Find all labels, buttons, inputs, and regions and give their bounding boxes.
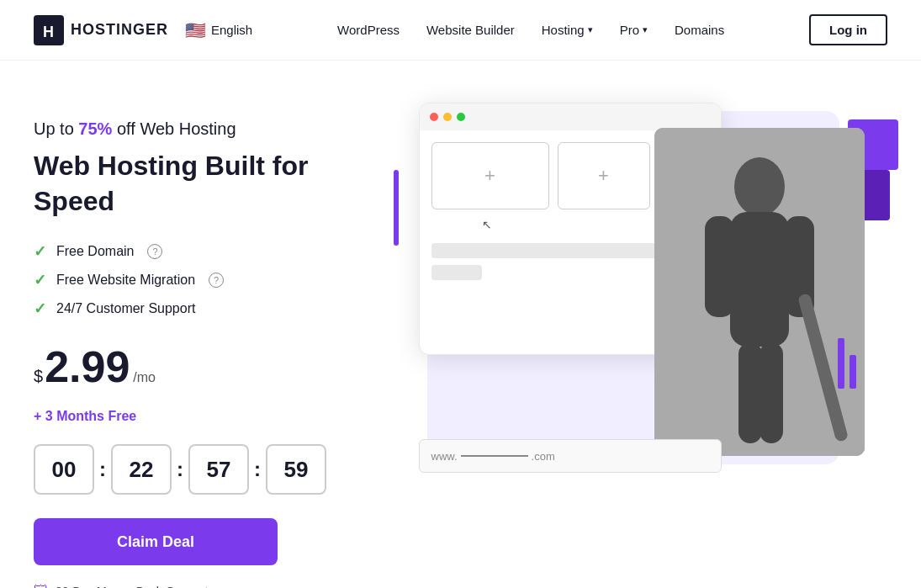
info-icon-2[interactable]: ? — [209, 273, 224, 288]
nav-right: Log in — [809, 14, 887, 45]
countdown-minutes: 22 — [111, 444, 172, 495]
logo[interactable]: H HOSTINGER — [34, 15, 168, 45]
svg-rect-4 — [730, 212, 789, 347]
nav-links: WordPress Website Builder Hosting ▾ Pro … — [337, 23, 724, 37]
features-list: ✓ Free Domain ? ✓ Free Website Migration… — [34, 242, 353, 318]
vbar-1 — [838, 338, 844, 389]
feature-free-domain: ✓ Free Domain ? — [34, 242, 353, 261]
person-image — [654, 128, 865, 456]
hero-left: Up to 75% off Web Hosting Web Hosting Bu… — [34, 111, 353, 588]
check-icon-2: ✓ — [34, 271, 46, 289]
nav-pro[interactable]: Pro ▾ — [620, 23, 648, 37]
price-period: /mo — [133, 370, 156, 385]
navbar: H HOSTINGER 🇺🇸 English WordPress Website… — [0, 0, 921, 61]
svg-rect-8 — [760, 342, 783, 443]
cursor-icon: ↖ — [482, 218, 492, 231]
hero-section: Up to 75% off Web Hosting Web Hosting Bu… — [0, 61, 921, 588]
dot-red — [430, 113, 438, 121]
pricing: $ 2.99 /mo — [34, 345, 353, 389]
guarantee-text: 🛡 30-Day Money-Back Guarantee — [34, 582, 353, 588]
brand-name: HOSTINGER — [71, 21, 168, 39]
colon-2: : — [177, 458, 183, 481]
feature-label-2: Free Website Migration — [56, 273, 195, 288]
colon-1: : — [99, 458, 106, 481]
mockup-titlebar — [420, 103, 721, 130]
svg-point-3 — [734, 157, 785, 216]
feature-support: ✓ 24/7 Customer Support — [34, 299, 353, 318]
countdown-hours: 00 — [34, 444, 94, 495]
cta-button[interactable]: Claim Deal — [34, 518, 278, 565]
mockup-card-2[interactable]: + — [558, 142, 650, 209]
promo-text: Up to 75% off Web Hosting — [34, 119, 353, 139]
hosting-chevron-icon: ▾ — [588, 24, 593, 35]
url-line — [461, 455, 528, 457]
svg-text:H: H — [43, 24, 55, 40]
dot-green — [457, 113, 465, 121]
feature-label-1: Free Domain — [56, 244, 134, 259]
language-selector[interactable]: 🇺🇸 English — [185, 20, 252, 40]
bonus-text: + 3 Months Free — [34, 409, 353, 424]
feature-migration: ✓ Free Website Migration ? — [34, 271, 353, 289]
check-icon-1: ✓ — [34, 242, 46, 261]
nav-website-builder[interactable]: Website Builder — [426, 23, 515, 37]
feature-label-3: 24/7 Customer Support — [56, 301, 195, 316]
countdown-seconds: 57 — [188, 444, 249, 495]
info-icon-1[interactable]: ? — [147, 244, 162, 259]
dot-yellow — [443, 113, 452, 121]
vbar-2 — [850, 355, 856, 389]
mockup-bar-2 — [431, 265, 482, 280]
url-bar: www. .com — [419, 439, 722, 473]
left-accent-bar — [394, 170, 399, 246]
bonus-highlight: 3 Months Free — [45, 409, 136, 423]
currency-symbol: $ — [34, 367, 43, 386]
flag-icon: 🇺🇸 — [185, 20, 206, 40]
nav-wordpress[interactable]: WordPress — [337, 23, 400, 37]
svg-rect-7 — [738, 342, 762, 443]
url-suffix: .com — [532, 450, 555, 463]
nav-left: H HOSTINGER 🇺🇸 English — [34, 15, 252, 45]
login-button[interactable]: Log in — [809, 14, 887, 45]
url-prefix: www. — [431, 450, 458, 463]
hero-title: Web Hosting Built for Speed — [34, 149, 353, 219]
price-value: 2.99 — [45, 345, 130, 389]
language-label: English — [211, 23, 252, 37]
countdown-timer: 00 : 22 : 57 : 59 — [34, 444, 353, 495]
logo-icon: H — [34, 15, 64, 45]
nav-domains[interactable]: Domains — [675, 23, 724, 37]
pro-chevron-icon: ▾ — [643, 24, 648, 35]
shield-icon: 🛡 — [34, 582, 49, 588]
vertical-bars-accent — [838, 338, 856, 389]
check-icon-3: ✓ — [34, 299, 46, 318]
colon-3: : — [254, 458, 261, 481]
illustration-container: + + ↖ — [402, 103, 873, 490]
svg-rect-5 — [705, 216, 734, 317]
mockup-card-1[interactable]: + — [431, 142, 549, 209]
nav-hosting[interactable]: Hosting ▾ — [542, 23, 593, 37]
hero-illustration: + + ↖ — [387, 103, 887, 506]
countdown-frames: 59 — [266, 444, 326, 495]
